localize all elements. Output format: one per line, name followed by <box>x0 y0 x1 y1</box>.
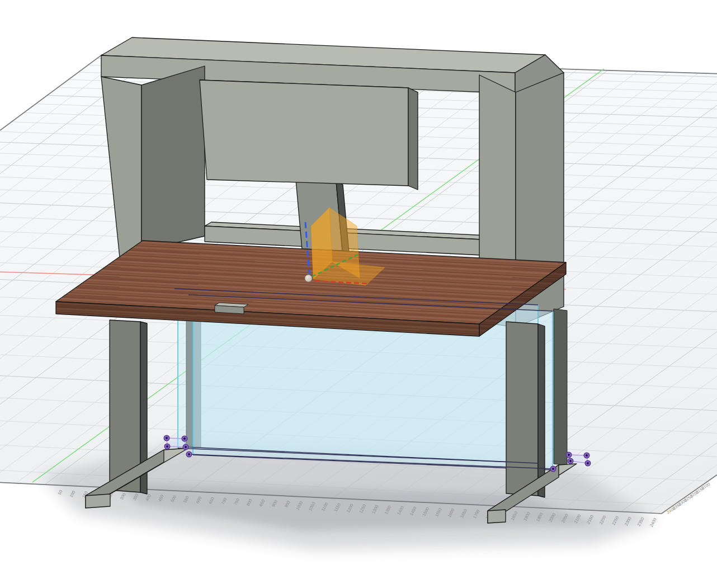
origin-point[interactable] <box>305 275 312 282</box>
sketch-point[interactable] <box>568 458 573 464</box>
cad-viewport[interactable]: 5010015020025030035040045050055060065070… <box>0 0 717 588</box>
bracket-front[interactable] <box>215 305 244 314</box>
sketch-point[interactable] <box>182 436 187 441</box>
right-leg-front[interactable] <box>506 322 538 496</box>
sketch-point[interactable] <box>566 452 572 458</box>
right-foot-end[interactable] <box>488 510 506 523</box>
sketch-point[interactable] <box>585 460 591 466</box>
sketch-point[interactable] <box>183 444 188 450</box>
rear-right-leg[interactable] <box>554 309 567 465</box>
monitor-screen-face[interactable] <box>200 80 408 186</box>
sketch-point[interactable] <box>164 435 169 441</box>
sketch-point[interactable] <box>186 451 192 457</box>
sketch-point[interactable] <box>584 453 589 458</box>
sketch-point[interactable] <box>550 466 556 472</box>
left-foot-end[interactable] <box>86 494 110 508</box>
sketch-point[interactable] <box>164 444 170 449</box>
desk-model[interactable] <box>56 37 591 523</box>
hutch-left-panel-inner[interactable] <box>141 66 205 251</box>
monitor[interactable] <box>200 80 418 190</box>
monitor-side-edge[interactable] <box>408 88 418 190</box>
right-leg-side[interactable] <box>538 324 545 497</box>
